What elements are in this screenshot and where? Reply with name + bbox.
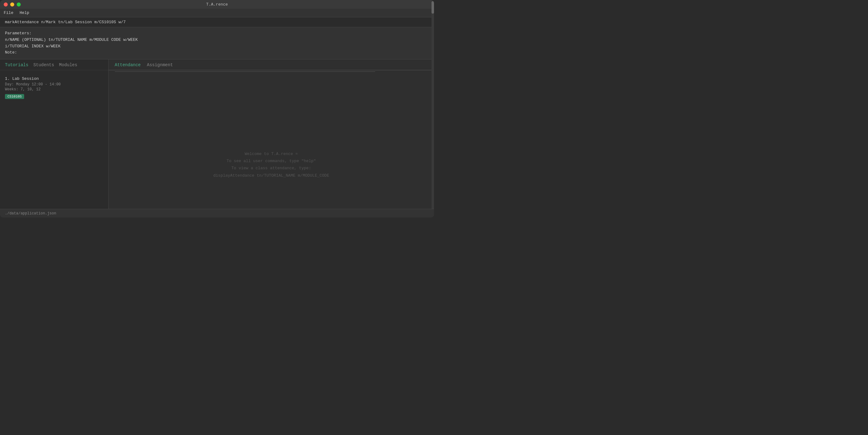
scrollbar-thumb[interactable] (432, 1, 434, 13)
title-bar: T.A.rence (0, 0, 434, 9)
welcome-line-3: To view a class attendance, type: (213, 165, 329, 172)
params-line3: i/TUTORIAL INDEX w/WEEK (5, 43, 429, 50)
params-area: Parameters: n/NAME (OPTIONAL) tn/TUTORIA… (0, 27, 434, 59)
tutorial-index: 1. (5, 76, 10, 81)
list-item: 1. Lab Session Day: Monday 12:00 - 14:00… (5, 74, 103, 101)
sidebar-tab-modules[interactable]: Modules (59, 63, 78, 67)
welcome-line-1: Welcome to T.A.rence ≈ (213, 150, 329, 158)
welcome-line-4: displayAttendance tn/TUTORIAL_NAME m/MOD… (213, 172, 329, 179)
module-badge: CS1010S (5, 94, 24, 99)
tutorial-title: 1. Lab Session (5, 76, 103, 81)
menu-file[interactable]: File (4, 10, 13, 15)
command-line[interactable]: markAttendance n/Mark tn/Lab Session m/C… (5, 20, 429, 25)
params-line2: n/NAME (OPTIONAL) tn/TUTORIAL NAME m/MOD… (5, 37, 429, 43)
main-content: Tutorials Students Modules 1. Lab Sessio… (0, 59, 434, 216)
panel-tabs: Attendance Assignment (108, 59, 434, 70)
right-panel: Attendance Assignment Welcome to T.A.ren… (108, 59, 434, 216)
welcome-message: Welcome to T.A.rence ≈ To see all user c… (213, 150, 329, 179)
window-controls (4, 2, 21, 6)
menu-bar: File Help (0, 9, 434, 17)
tab-assignment[interactable]: Assignment (147, 63, 173, 67)
sidebar-content: 1. Lab Session Day: Monday 12:00 - 14:00… (0, 70, 108, 216)
sidebar-tab-students[interactable]: Students (33, 63, 54, 67)
maximize-button[interactable] (17, 2, 21, 6)
status-bar: ./data/application.json (0, 209, 434, 218)
params-label: Parameters: (5, 30, 429, 37)
status-path: ./data/application.json (5, 211, 56, 215)
scrollbar[interactable] (432, 0, 434, 218)
sidebar-tab-tutorials[interactable]: Tutorials (5, 63, 29, 67)
minimize-button[interactable] (10, 2, 14, 6)
divider (115, 71, 375, 72)
tutorial-day: Day: Monday 12:00 - 14:00 (5, 82, 103, 87)
sidebar: Tutorials Students Modules 1. Lab Sessio… (0, 59, 108, 216)
tutorial-name: Lab Session (12, 76, 39, 81)
welcome-line-2: To see all user commands, type "help" (213, 158, 329, 165)
tutorial-weeks: Weeks: 7, 10, 12 (5, 87, 103, 92)
panel-content: Welcome to T.A.rence ≈ To see all user c… (108, 70, 434, 216)
command-area: markAttendance n/Mark tn/Lab Session m/C… (0, 17, 434, 27)
sidebar-tabs: Tutorials Students Modules (0, 59, 108, 70)
menu-help[interactable]: Help (20, 10, 29, 15)
params-note: Note: (5, 49, 429, 56)
tab-attendance[interactable]: Attendance (115, 63, 141, 67)
close-button[interactable] (4, 2, 8, 6)
window-title: T.A.rence (206, 2, 228, 7)
